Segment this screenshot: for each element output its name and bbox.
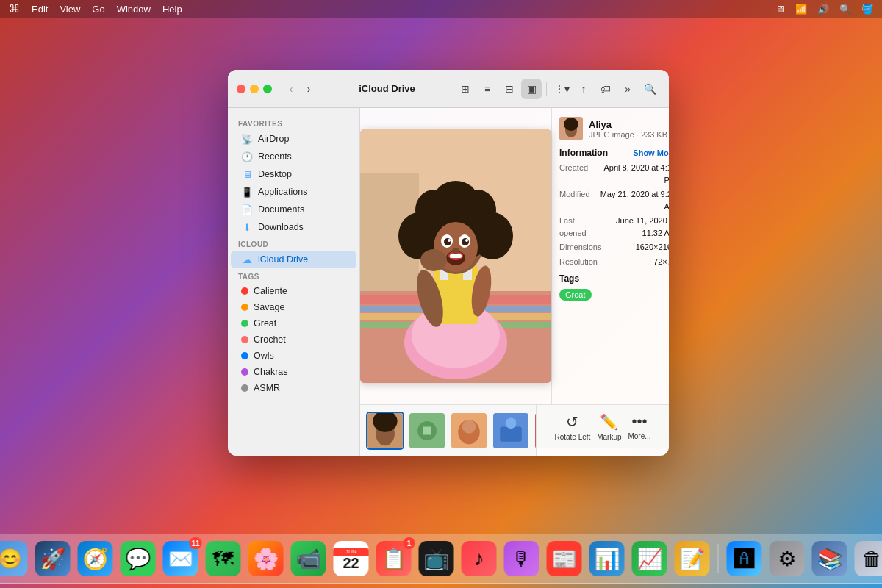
menu-bar: ⌘ Edit View Go Window Help 🖥 📶 🔊 🔍 🪣 <box>0 0 882 18</box>
dock-safari[interactable]: 🧭 <box>76 539 115 578</box>
info-row-created: Created April 8, 2020 at 4:19 PM <box>559 162 669 186</box>
thumbnail-2[interactable] <box>450 412 488 450</box>
dock-finder[interactable]: 😊 <box>0 539 30 578</box>
sidebar-item-savage[interactable]: Savage <box>231 299 356 315</box>
menu-item-edit[interactable]: Edit <box>32 4 48 15</box>
sidebar-item-recents[interactable]: 🕐 Recents <box>231 148 356 165</box>
markup-button[interactable]: ✏️ Markup <box>597 413 621 441</box>
svg-point-33 <box>452 248 459 254</box>
tag-button[interactable]: 🏷 <box>595 79 616 99</box>
mail-badge: 11 <box>189 537 201 549</box>
tags-label: Tags <box>228 268 359 283</box>
svg-rect-29 <box>450 254 462 258</box>
dock-music[interactable]: ♪ <box>459 539 499 578</box>
control-center-icon[interactable]: 🪣 <box>861 4 873 15</box>
menu-item-window[interactable]: Window <box>117 4 151 15</box>
dock-numbers[interactable]: 📈 <box>630 539 670 578</box>
nav-arrows: ‹ › <box>284 82 316 96</box>
list-view-button[interactable]: ≡ <box>477 79 498 99</box>
apple-menu[interactable]: ⌘ <box>9 2 20 15</box>
share-button[interactable]: ↑ <box>573 79 594 99</box>
dock-podcasts[interactable]: 🎙 <box>502 539 542 578</box>
svg-point-31 <box>420 249 447 271</box>
sort-button[interactable]: ⋮▾ <box>551 79 572 99</box>
dock-launchpad[interactable]: 🚀 <box>33 539 73 578</box>
dock-mail[interactable]: ✉️ 11 <box>161 539 201 578</box>
thumbnail-0[interactable] <box>366 412 404 450</box>
applications-icon: 📱 <box>241 186 253 198</box>
close-button[interactable] <box>237 85 245 93</box>
action-bar: ↺ Rotate Left ✏️ Markup ••• More... <box>537 404 669 448</box>
great-tag-badge[interactable]: Great <box>559 289 592 301</box>
dock-trash[interactable]: 🗑 <box>853 539 883 578</box>
sidebar-item-great[interactable]: Great <box>231 315 356 331</box>
more-toolbar-button[interactable]: » <box>617 79 638 99</box>
desktop-icon: 🖥 <box>241 168 253 180</box>
dock-news[interactable]: 📰 <box>545 539 584 578</box>
show-more-button[interactable]: Show More <box>633 148 669 157</box>
info-row-resolution: Resolution 72×72 <box>559 256 669 268</box>
menu-item-view[interactable]: View <box>60 4 80 15</box>
finder-body: Favorites 📡 AirDrop 🕐 Recents 🖥 Desktop … <box>228 108 669 456</box>
menu-item-help[interactable]: Help <box>162 4 182 15</box>
info-filetype: JPEG image · 233 KB <box>589 130 667 139</box>
dock-stack[interactable]: 📚 <box>810 539 850 578</box>
info-name-section: Aliya JPEG image · 233 KB <box>589 119 667 139</box>
sidebar-item-airdrop[interactable]: 📡 AirDrop <box>231 130 356 148</box>
tags-section: Tags Great <box>559 273 669 301</box>
rotate-left-button[interactable]: ↺ Rotate Left <box>554 413 590 441</box>
gallery-view-button[interactable]: ▣ <box>521 79 542 99</box>
icloud-drive-icon: ☁ <box>241 254 253 265</box>
search-button[interactable]: 🔍 <box>639 79 660 99</box>
icon-view-button[interactable]: ⊞ <box>455 79 476 99</box>
thumbnail-1[interactable] <box>408 412 446 450</box>
maximize-button[interactable] <box>263 85 272 93</box>
sidebar-item-downloads[interactable]: ⬇ Downloads <box>231 218 356 236</box>
finder-window: ‹ › iCloud Drive ⊞ ≡ ⊟ ▣ ⋮▾ ↑ 🏷 » 🔍 Favo… <box>228 70 669 456</box>
sidebar-item-documents[interactable]: 📄 Documents <box>231 201 356 218</box>
more-icon: ••• <box>631 413 647 430</box>
dock-apple-tv[interactable]: 📺 <box>417 539 456 578</box>
dock-calendar[interactable]: JUN 22 <box>331 539 371 578</box>
sidebar-item-asmr[interactable]: ASMR <box>231 380 356 396</box>
sidebar-item-caliente[interactable]: Caliente <box>231 283 356 299</box>
column-view-button[interactable]: ⊟ <box>499 79 520 99</box>
svg-point-48 <box>506 417 517 429</box>
dock: 😊 🚀 🧭 💬 ✉️ 11 🗺 🌸 📹 JUN 22 📋 1 📺 ♪ 🎙 <box>0 534 882 584</box>
content-area: Aliya JPEG image · 233 KB Information Sh… <box>360 108 669 456</box>
more-button[interactable]: ••• More... <box>628 413 650 440</box>
dock-system-prefs[interactable]: ⚙ <box>767 539 807 578</box>
dock-maps[interactable]: 🗺 <box>204 539 243 578</box>
toolbar-icons: ⊞ ≡ ⊟ ▣ ⋮▾ ↑ 🏷 » 🔍 <box>455 79 660 99</box>
info-row-last-opened: Last opened June 11, 2020 at 11:32 AM <box>559 215 669 239</box>
icloud-label: iCloud <box>228 236 359 251</box>
menu-bar-left: ⌘ Edit View Go Window Help <box>9 2 182 15</box>
sidebar-item-owls[interactable]: Owls <box>231 348 356 364</box>
sidebar-item-icloud-drive[interactable]: ☁ iCloud Drive <box>231 251 356 268</box>
airdrop-icon: 📡 <box>241 133 253 145</box>
savage-tag-dot <box>241 304 248 311</box>
minimize-button[interactable] <box>250 85 259 93</box>
sidebar-item-chakras[interactable]: Chakras <box>231 364 356 380</box>
back-button[interactable]: ‹ <box>284 82 298 96</box>
thumbnail-3[interactable] <box>492 412 530 450</box>
dock-reminders[interactable]: 📋 1 <box>374 539 414 578</box>
sidebar-item-desktop[interactable]: 🖥 Desktop <box>231 165 356 183</box>
menu-item-go[interactable]: Go <box>92 4 104 15</box>
dock-keynote[interactable]: 📊 <box>587 539 627 578</box>
sidebar-item-applications[interactable]: 📱 Applications <box>231 183 356 201</box>
thumbnail-strip[interactable] <box>360 404 537 456</box>
caliente-tag-dot <box>241 287 248 295</box>
dock-app-store[interactable]: 🅰 <box>725 539 764 578</box>
dock-facetime[interactable]: 📹 <box>289 539 329 578</box>
window-title: iCloud Drive <box>325 83 449 94</box>
dock-pages[interactable]: 📝 <box>673 539 712 578</box>
forward-button[interactable]: › <box>301 82 316 96</box>
dock-messages[interactable]: 💬 <box>118 539 158 578</box>
dock-photos[interactable]: 🌸 <box>246 539 286 578</box>
bottom-section: ↺ Rotate Left ✏️ Markup ••• More... <box>360 404 669 456</box>
sidebar-item-crochet[interactable]: Crochet <box>231 331 356 348</box>
search-icon[interactable]: 🔍 <box>839 4 851 15</box>
svg-point-24 <box>462 238 469 245</box>
svg-point-36 <box>564 118 578 131</box>
